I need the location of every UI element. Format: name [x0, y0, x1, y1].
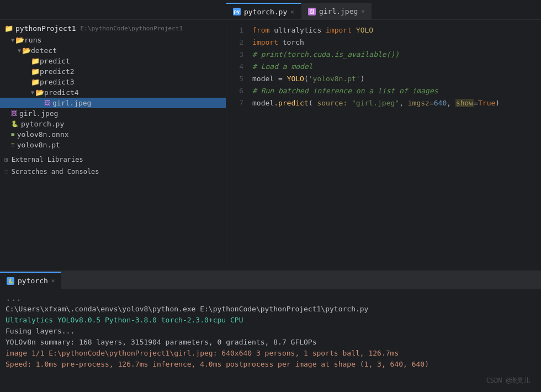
sidebar-item-girl-jpeg[interactable]: 🖼 girl.jpeg [0, 108, 226, 119]
tree-label-girl-nested: girl.jpeg [52, 99, 91, 107]
folder-icon-detect: 📂 [22, 46, 31, 55]
code-line-5: model = YOLO('yolov8n.pt') [252, 73, 541, 85]
sidebar-item-yolov8n-pt[interactable]: ≡ yolov8n.pt [0, 140, 226, 150]
tab-pytorch-label: pytorch.py [244, 8, 287, 16]
code-line-1: from ultralytics import YOLO [252, 24, 541, 36]
folder-icon-predict: 📁 [31, 57, 40, 65]
tree-label-predict4: predict4 [44, 88, 79, 97]
code-line-4: # Load a model [252, 61, 541, 73]
bottom-tab-label: pytorch [18, 277, 48, 285]
sidebar-item-runs[interactable]: ▼ 📂 runs [0, 35, 226, 45]
project-header: 📁 pythonProject1 E:\pythonCode\pythonPro… [0, 22, 226, 35]
sidebar-external-libraries[interactable]: ⊞ External Libraries [0, 153, 226, 166]
folder-icon-predict2: 📁 [31, 67, 40, 76]
console-image-line: image 1/1 E:\pythonCode\pythonProject1\g… [6, 348, 535, 359]
editor-area: 1 2 3 4 5 6 7 from ultralytics import YO… [226, 20, 541, 271]
pt-icon: ≡ [11, 141, 15, 149]
tree-label-onnx: yolov8n.onnx [17, 130, 69, 139]
bottom-tab-py-icon: 🐍 [7, 277, 14, 285]
sidebar-item-predict3[interactable]: 📁 predict3 [0, 77, 226, 87]
watermark: CSDN @绕灵儿 [486, 376, 530, 385]
bottom-tab-pytorch[interactable]: 🐍 pytorch ✕ [0, 272, 61, 289]
folder-icon-predict3: 📁 [31, 78, 40, 86]
bottom-panel: 🐍 pytorch ✕ ... C:\Users\xfxam\.conda\en… [0, 271, 541, 392]
onnx-icon: ≡ [11, 131, 15, 138]
folder-icon: 📂 [15, 36, 24, 44]
tree-label-predict3: predict3 [40, 78, 75, 86]
image-file-icon: 🖼 [308, 8, 316, 15]
scratches-label: Scratches and Consoles [12, 168, 99, 176]
sidebar: 📁 pythonProject1 E:\pythonCode\pythonPro… [0, 20, 226, 271]
console-info-line: Ultralytics YOLOv8.0.5 Python-3.8.0 torc… [6, 315, 535, 326]
tree-label-predict2: predict2 [40, 67, 75, 76]
python-file-icon: py [233, 8, 241, 15]
main-layout: 📁 pythonProject1 E:\pythonCode\pythonPro… [0, 20, 541, 271]
chevron-down-icon: ▼ [11, 37, 14, 43]
code-line-7: model.predict( source: "girl.jpeg", imgs… [252, 97, 541, 109]
python-icon: 🐍 [11, 120, 19, 128]
tree-label-predict: predict [40, 57, 70, 65]
tree-label-pt: yolov8n.pt [17, 141, 60, 149]
library-icon: ⊞ [4, 156, 8, 163]
console-fusing-line: Fusing layers... [6, 326, 535, 337]
tree-label-pytorch: pytorch.py [21, 120, 64, 128]
tree-label-girl: girl.jpeg [19, 109, 58, 118]
sidebar-item-girl-jpeg-nested[interactable]: 🖼 girl.jpeg [0, 98, 226, 108]
console-content[interactable]: ... C:\Users\xfxam\.conda\envs\yolov8\py… [0, 289, 541, 392]
tree-label-detect: detect [31, 46, 57, 55]
sidebar-scratches-consoles[interactable]: ≡ Scratches and Consoles [0, 166, 226, 178]
sidebar-item-predict4[interactable]: ▼ 📂 predict4 [0, 87, 226, 98]
tree-label-runs: runs [24, 36, 41, 44]
console-summary-line: YOLOv8n summary: 168 layers, 3151904 par… [6, 337, 535, 348]
console-ellipsis: ... [6, 293, 535, 304]
code-line-3: # print(torch.cuda.is_available()) [252, 49, 541, 61]
sidebar-item-pytorch-py[interactable]: 🐍 pytorch.py [0, 119, 226, 129]
external-libraries-label: External Libraries [12, 156, 83, 163]
console-speed-line: Speed: 1.0ms pre-process, 126.7ms infere… [6, 359, 535, 370]
folder-icon-predict4: 📂 [35, 88, 44, 97]
tab-girl-label: girl.jpeg [319, 7, 358, 15]
code-line-6: # Run batched inference on a list of ima… [252, 85, 541, 97]
line-numbers: 1 2 3 4 5 6 7 [226, 20, 246, 271]
tab-pytorch-close[interactable]: ✕ [290, 8, 294, 15]
project-name: pythonProject1 [15, 24, 76, 33]
bottom-tab-close[interactable]: ✕ [51, 277, 55, 284]
chevron-down-icon-predict4: ▼ [31, 89, 34, 96]
console-cmd-line: C:\Users\xfxam\.conda\envs\yolov8\python… [6, 304, 535, 315]
code-line-2: import torch [252, 36, 541, 49]
code-content[interactable]: from ultralytics import YOLO import torc… [246, 20, 541, 271]
sidebar-item-yolov8n-onnx[interactable]: ≡ yolov8n.onnx [0, 129, 226, 140]
tab-bar: py pytorch.py ✕ 🖼 girl.jpeg ✕ [0, 0, 541, 20]
sidebar-item-predict2[interactable]: 📁 predict2 [0, 66, 226, 77]
tab-pytorch[interactable]: py pytorch.py ✕ [226, 3, 301, 19]
scratches-icon: ≡ [4, 168, 8, 176]
sidebar-item-predict[interactable]: 📁 predict [0, 56, 226, 66]
chevron-down-icon-detect: ▼ [18, 47, 21, 54]
tab-girl[interactable]: 🖼 girl.jpeg ✕ [301, 3, 372, 19]
bottom-tab-bar: 🐍 pytorch ✕ [0, 272, 541, 289]
sidebar-item-detect[interactable]: ▼ 📂 detect [0, 45, 226, 56]
image-icon-nested: 🖼 [44, 99, 50, 107]
folder-open-icon: 📁 [4, 24, 13, 33]
image-icon: 🖼 [11, 110, 17, 117]
tab-girl-close[interactable]: ✕ [361, 8, 365, 15]
project-path: E:\pythonCode\pythonProject1 [81, 25, 183, 32]
